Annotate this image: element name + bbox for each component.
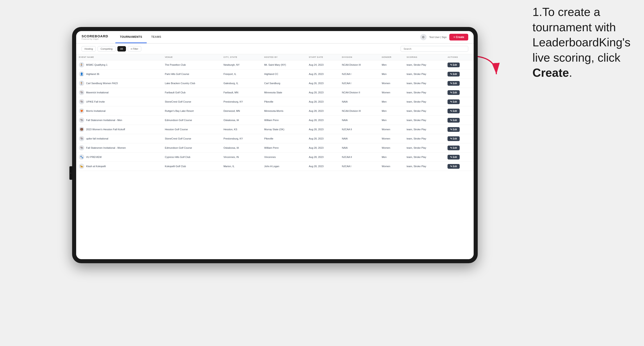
- division-cell: NAIA: [339, 97, 379, 106]
- gender-cell: Men: [379, 97, 404, 106]
- col-event-name: EVENT NAME: [76, 54, 162, 60]
- col-division: DIVISION: [339, 54, 379, 60]
- hosted-by-cell: Mt. Saint Mary (NY): [262, 60, 306, 69]
- user-label: Test User | Sign: [429, 36, 446, 38]
- event-name: UPIKE Fall Invite: [86, 100, 105, 103]
- tab-tournaments[interactable]: TOURNAMENTS: [115, 31, 147, 43]
- venue-cell: StoneCrest Golf Course: [162, 134, 221, 143]
- hosting-tab[interactable]: Hosting: [82, 46, 96, 51]
- competing-tab[interactable]: Competing: [98, 46, 115, 51]
- actions-cell: ✎ Edit: [445, 116, 474, 125]
- start-date-cell: Aug 28, 2023: [306, 153, 339, 162]
- edit-button[interactable]: ✎ Edit: [448, 109, 460, 113]
- venue-cell: Hesston Golf Course: [162, 125, 221, 134]
- sidebar-tab[interactable]: ›: [70, 166, 72, 180]
- edit-button[interactable]: ✎ Edit: [448, 164, 460, 169]
- table-row: 🐃 UPIKE Fall Invite StoneCrest Golf Cour…: [76, 97, 474, 106]
- gender-cell: Women: [379, 125, 404, 134]
- table-row: 🦊 Morris Invitational Ruttger's Bay Lake…: [76, 106, 474, 116]
- edit-button[interactable]: ✎ Edit: [448, 146, 460, 150]
- scoring-cell: team, Stroke Play: [404, 97, 445, 106]
- start-date-cell: Aug 28, 2023: [306, 88, 339, 97]
- logo-area: SCOREBOARD Powered by Clippit: [82, 34, 108, 40]
- event-name: MSMC Qualifying 1: [86, 63, 108, 66]
- team-icon: 🐆: [79, 164, 84, 169]
- event-name: VU PREVIEW: [86, 156, 102, 158]
- gender-cell: Men: [379, 60, 404, 69]
- tablet-frame: SCOREBOARD Powered by Clippit TOURNAMENT…: [72, 27, 478, 263]
- tab-teams[interactable]: TEAMS: [147, 31, 166, 43]
- team-icon: 🐻: [79, 127, 84, 132]
- table-header-row: EVENT NAME VENUE CITY, STATE HOSTED BY S…: [76, 54, 474, 60]
- event-name: Morris Invitational: [86, 110, 106, 112]
- edit-button[interactable]: ✎ Edit: [448, 90, 460, 95]
- search-input[interactable]: [401, 46, 468, 52]
- toolbar: Hosting Competing All ≡ Filter: [76, 44, 474, 54]
- edit-button[interactable]: ✎ Edit: [448, 127, 460, 132]
- start-date-cell: Aug 28, 2023: [306, 106, 339, 116]
- edit-button[interactable]: ✎ Edit: [448, 81, 460, 86]
- hosted-by-cell: Pikeville: [262, 97, 306, 106]
- col-scoring: SCORING: [404, 54, 445, 60]
- edit-button[interactable]: ✎ Edit: [448, 118, 460, 123]
- settings-icon[interactable]: ⚙: [420, 34, 426, 40]
- table-row: 🐾 VU PREVIEW Cypress Hills Golf Club Vin…: [76, 153, 474, 162]
- hosted-by-cell: William Penn: [262, 116, 306, 125]
- scoring-cell: team, Stroke Play: [404, 125, 445, 134]
- table-row: 🐻 2023 Women's Hesston Fall Kickoff Hess…: [76, 125, 474, 134]
- event-name-cell: 🏌 MSMC Qualifying 1: [76, 60, 162, 69]
- city-state-cell: Galesburg, IL: [221, 79, 262, 88]
- event-name: 2023 Women's Hesston Fall Kickoff: [86, 128, 125, 131]
- col-city-state: CITY, STATE: [221, 54, 262, 60]
- table-row: 🐃 upike fall invitational StoneCrest Gol…: [76, 134, 474, 143]
- venue-cell: Lake Bracken Country Club: [162, 79, 221, 88]
- create-button[interactable]: + Create: [449, 34, 468, 40]
- venue-cell: Kokopelli Golf Club: [162, 162, 221, 171]
- hosted-by-cell: Vincennes: [262, 153, 306, 162]
- edit-button[interactable]: ✎ Edit: [448, 136, 460, 141]
- start-date-cell: Aug 28, 2023: [306, 143, 339, 153]
- event-name-cell: 🐻 2023 Women's Hesston Fall Kickoff: [76, 125, 162, 134]
- team-icon: 🐃: [79, 145, 84, 151]
- filter-button[interactable]: ≡ Filter: [128, 46, 141, 51]
- venue-cell: StoneCrest Golf Course: [162, 97, 221, 106]
- start-date-cell: Aug 28, 2023: [306, 134, 339, 143]
- actions-cell: ✎ Edit: [445, 106, 474, 116]
- venue-cell: Cypress Hills Golf Club: [162, 153, 221, 162]
- team-icon: 🏌: [79, 81, 84, 86]
- edit-button[interactable]: ✎ Edit: [448, 63, 460, 67]
- col-start-date: START DATE: [306, 54, 339, 60]
- event-name: upike fall invitational: [86, 137, 108, 140]
- gender-cell: Women: [379, 79, 404, 88]
- actions-cell: ✎ Edit: [445, 60, 474, 69]
- event-name-cell: 🐃 Fall Statesmen Invitational - Men: [76, 116, 162, 125]
- team-icon: 👤: [79, 71, 84, 77]
- edit-button[interactable]: ✎ Edit: [448, 155, 460, 160]
- start-date-cell: Aug 28, 2023: [306, 125, 339, 134]
- col-hosted-by: HOSTED BY: [262, 54, 306, 60]
- actions-cell: ✎ Edit: [445, 97, 474, 106]
- division-cell: NCAA Division III: [339, 60, 379, 69]
- event-name-cell: 🐾 VU PREVIEW: [76, 153, 162, 162]
- scoring-cell: team, Stroke Play: [404, 106, 445, 116]
- start-date-cell: Aug 28, 2023: [306, 97, 339, 106]
- edit-button[interactable]: ✎ Edit: [448, 99, 460, 104]
- start-date-cell: Aug 28, 2023: [306, 116, 339, 125]
- actions-cell: ✎ Edit: [445, 134, 474, 143]
- actions-cell: ✎ Edit: [445, 79, 474, 88]
- event-name: Fall Statesmen Invitational - Women: [86, 147, 126, 149]
- all-tab[interactable]: All: [118, 46, 126, 51]
- division-cell: NJCAA II: [339, 153, 379, 162]
- table-row: 👤 Highland 36 Park Hills Golf Course Fre…: [76, 69, 474, 79]
- division-cell: NJCAA I: [339, 162, 379, 171]
- city-state-cell: Newburgh, NY: [221, 60, 262, 69]
- hosted-by-cell: Murray State (OK): [262, 125, 306, 134]
- instruction-text: 1.To create a tournament with Leaderboar…: [532, 4, 630, 81]
- col-venue: VENUE: [162, 54, 221, 60]
- event-name-cell: 👤 Highland 36: [76, 69, 162, 79]
- division-cell: NAIA: [339, 143, 379, 153]
- division-cell: NAIA: [339, 134, 379, 143]
- edit-button[interactable]: ✎ Edit: [448, 72, 460, 76]
- table-row: 🐆 Klash at Kokopelli Kokopelli Golf Club…: [76, 162, 474, 171]
- event-name-cell: 🏌 Carl Sandburg Women FA23: [76, 79, 162, 88]
